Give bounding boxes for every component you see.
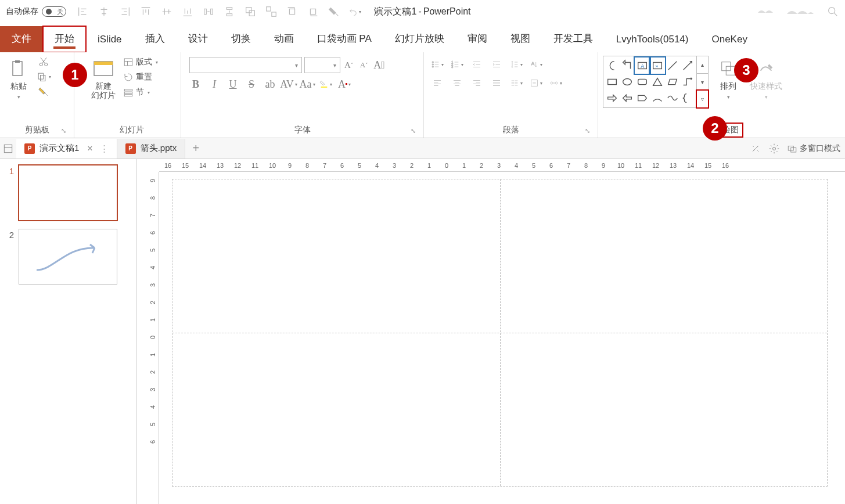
tab-onekey[interactable]: OneKey xyxy=(700,28,758,52)
thumbnail-1[interactable] xyxy=(19,165,117,221)
tab-pa[interactable]: 口袋动画 PA xyxy=(305,26,383,52)
shape-arrow-back-icon[interactable] xyxy=(620,57,635,74)
shape-rect-icon[interactable] xyxy=(605,74,620,90)
distribute-v-icon[interactable] xyxy=(223,5,236,18)
tab-review[interactable]: 审阅 xyxy=(456,26,499,52)
shape-triangle-icon[interactable] xyxy=(650,74,665,90)
toggle-switch[interactable]: 关 xyxy=(42,6,66,17)
search-icon[interactable] xyxy=(826,5,839,18)
line-spacing-button[interactable] xyxy=(510,58,523,71)
bring-forward-icon[interactable] xyxy=(286,5,299,18)
group-icon[interactable] xyxy=(244,5,257,18)
section-button[interactable]: 节 xyxy=(123,87,158,98)
font-color-button[interactable]: A xyxy=(338,78,351,91)
align-left-button[interactable] xyxy=(431,77,444,89)
magic-icon[interactable] xyxy=(750,143,761,154)
increase-font-icon[interactable]: A˄ xyxy=(343,59,355,71)
slide-canvas[interactable] xyxy=(172,179,828,487)
bullets-button[interactable] xyxy=(431,58,444,71)
paste-button[interactable]: 粘贴 ▾ xyxy=(5,56,33,124)
tab-file[interactable]: 文件 xyxy=(0,26,43,52)
tab-view[interactable]: 视图 xyxy=(499,26,542,52)
shape-parallelogram-icon[interactable] xyxy=(665,74,680,90)
tab-home[interactable]: 开始 xyxy=(43,26,86,52)
send-backward-icon[interactable] xyxy=(307,5,319,18)
outline-view-icon[interactable] xyxy=(2,143,14,154)
format-painter-icon[interactable] xyxy=(328,5,340,18)
thumbnail-1-row[interactable]: 1 xyxy=(5,165,132,221)
shapes-scroll-down[interactable]: ▾ xyxy=(697,74,708,91)
columns-button[interactable] xyxy=(510,77,523,89)
align-bottom-icon[interactable] xyxy=(181,5,194,18)
distribute-h-icon[interactable] xyxy=(202,5,215,18)
paragraph-launcher[interactable]: ⤡ xyxy=(585,127,593,135)
add-document-button[interactable]: + xyxy=(185,142,206,155)
multiwindow-button[interactable]: 多窗口模式 xyxy=(787,143,840,154)
decrease-font-icon[interactable]: A˅ xyxy=(358,59,371,71)
shape-textbox-icon[interactable]: A xyxy=(635,57,650,74)
bold-button[interactable]: B xyxy=(189,78,202,91)
cut-button[interactable] xyxy=(36,56,51,67)
align-center-button[interactable] xyxy=(451,77,463,89)
horizontal-ruler[interactable]: 1615141312111098765432101234567891011121… xyxy=(159,159,845,172)
font-family-select[interactable]: ▾ xyxy=(189,57,302,73)
tab-transitions[interactable]: 切换 xyxy=(220,26,263,52)
new-slide-button[interactable]: 新建 幻灯片 xyxy=(87,56,120,124)
shapes-more-button[interactable]: ▿ xyxy=(697,91,708,107)
shapes-gallery[interactable]: A » ▴ xyxy=(603,56,709,108)
increase-indent-button[interactable] xyxy=(490,58,503,71)
tab-design[interactable]: 设计 xyxy=(177,26,220,52)
shape-textbox2-icon[interactable]: » xyxy=(650,57,665,74)
shape-connector-icon[interactable] xyxy=(680,74,695,90)
shape-brace-icon[interactable] xyxy=(680,90,695,106)
highlight-color-button[interactable] xyxy=(319,78,332,91)
smartart-button[interactable] xyxy=(549,77,562,89)
thumbnail-2-row[interactable]: 2 xyxy=(5,229,132,285)
shape-pentagon-icon[interactable] xyxy=(635,90,650,106)
shape-arrow-right-icon[interactable] xyxy=(605,90,620,106)
shape-roundrect-icon[interactable] xyxy=(635,74,650,90)
tab-slideshow[interactable]: 幻灯片放映 xyxy=(383,26,456,52)
justify-button[interactable] xyxy=(490,77,503,89)
tab-developer[interactable]: 开发工具 xyxy=(542,26,605,52)
change-case-button[interactable]: Aa xyxy=(301,78,314,91)
italic-button[interactable]: I xyxy=(208,78,221,91)
align-text-button[interactable] xyxy=(530,77,542,89)
tab-islide[interactable]: iSlide xyxy=(86,28,134,52)
shape-moon-icon[interactable] xyxy=(605,57,620,74)
align-right-button[interactable] xyxy=(470,77,483,89)
thumbnail-2[interactable] xyxy=(19,229,117,285)
clipboard-launcher[interactable]: ⤡ xyxy=(61,127,69,135)
doc-tab-1[interactable]: P 演示文稿1 × ⋮ xyxy=(16,139,117,159)
layout-button[interactable]: 版式 xyxy=(123,57,158,67)
reset-button[interactable]: 重置 xyxy=(123,72,158,82)
tab-animations[interactable]: 动画 xyxy=(263,26,305,52)
shape-arrow-left-icon[interactable] xyxy=(620,90,635,106)
underline-button[interactable]: U xyxy=(226,78,239,91)
font-launcher[interactable]: ⤡ xyxy=(411,127,419,135)
strikethrough-button[interactable]: S xyxy=(245,78,258,91)
decrease-indent-button[interactable] xyxy=(470,58,483,71)
shape-wave-icon[interactable] xyxy=(665,90,680,106)
shape-oval-icon[interactable] xyxy=(620,74,635,90)
undo-icon[interactable] xyxy=(348,5,361,18)
align-middle-icon[interactable] xyxy=(160,5,173,18)
text-direction-button[interactable]: A xyxy=(530,58,542,71)
tab-insert[interactable]: 插入 xyxy=(134,26,177,52)
autosave-toggle[interactable]: 自动保存 关 xyxy=(6,6,66,17)
char-spacing-button[interactable]: AV xyxy=(282,78,295,91)
shape-line-arrow-icon[interactable] xyxy=(680,57,695,74)
align-top-icon[interactable] xyxy=(139,5,152,18)
settings-icon[interactable] xyxy=(768,143,780,154)
shape-arc-icon[interactable] xyxy=(650,90,665,106)
align-center-h-icon[interactable] xyxy=(98,5,110,18)
align-right-icon[interactable] xyxy=(118,5,131,18)
clear-format-icon[interactable]: A⃠ xyxy=(373,59,386,71)
copy-button[interactable] xyxy=(36,71,51,82)
vertical-ruler[interactable]: 9876543210123456 xyxy=(148,172,159,504)
format-painter-button[interactable] xyxy=(36,86,51,98)
shapes-scroll-up[interactable]: ▴ xyxy=(697,56,708,74)
numbering-button[interactable]: 123 xyxy=(451,58,463,71)
text-shadow-button[interactable]: ab xyxy=(264,78,276,91)
font-size-select[interactable]: ▾ xyxy=(304,57,340,73)
